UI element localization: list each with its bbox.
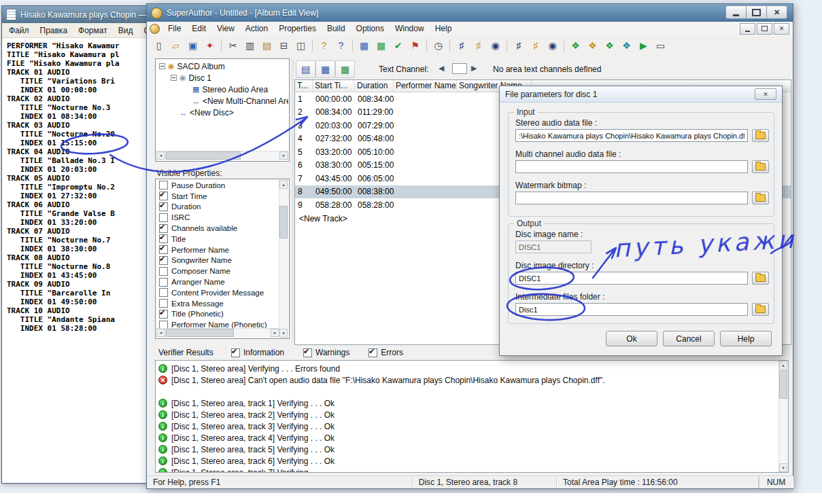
remove-area-icon[interactable]: ◉	[544, 37, 561, 54]
tree-item-new-multichannel-area[interactable]: ↔ <New Multi-Channel Area>	[156, 95, 288, 107]
scrollbar-thumb[interactable]	[166, 329, 234, 337]
menu-item[interactable]: Build	[322, 24, 351, 33]
add-disc-icon[interactable]: ♯	[453, 37, 470, 54]
disc-image-directory-input[interactable]	[515, 272, 748, 285]
menu-item[interactable]: Properties	[273, 24, 322, 33]
tree-horizontal-scrollbar[interactable]	[156, 151, 288, 160]
verifier-vertical-scrollbar[interactable]	[778, 361, 788, 472]
properties-horizontal-scrollbar[interactable]	[156, 328, 279, 338]
notepad-menu-item[interactable]: Файл	[3, 26, 35, 35]
verifier-message[interactable]: i [Disc 1, Stereo area, track 1] Verifyi…	[156, 397, 788, 409]
multichannel-file-input[interactable]	[515, 160, 748, 173]
scroll-right-button[interactable]	[271, 329, 279, 337]
scroll-up-button[interactable]	[779, 361, 787, 370]
property-toggle[interactable]: Channels available	[156, 223, 279, 234]
paste-icon[interactable]: ▤	[258, 37, 275, 54]
column-header[interactable]: Performer Name	[394, 80, 457, 92]
watermark-input[interactable]	[515, 192, 748, 204]
maximize-button[interactable]	[746, 5, 767, 19]
scroll-down-button[interactable]	[779, 463, 787, 472]
menu-item[interactable]: Help	[430, 24, 458, 33]
add-area-icon[interactable]: ♯	[510, 37, 527, 54]
edit-table-view-button[interactable]	[335, 60, 355, 78]
menu-item[interactable]: Options	[351, 24, 390, 33]
print-preview-icon[interactable]: ◫	[292, 37, 309, 54]
property-checkbox[interactable]	[159, 192, 168, 200]
help-button[interactable]: Help	[720, 331, 772, 346]
edit-area-icon[interactable]: ♯	[527, 37, 544, 54]
copy-icon[interactable]: ▥	[241, 37, 258, 54]
browse-watermark-button[interactable]	[752, 192, 769, 204]
add-track-icon[interactable]: ❖	[567, 37, 584, 54]
verifier-filter-toggle[interactable]: Warnings	[303, 348, 349, 357]
mdi-close-button[interactable]	[774, 23, 789, 35]
browse-intermediate-button[interactable]	[752, 303, 769, 316]
tree-item-stereo-audio-area[interactable]: ▦ Stereo Audio Area	[156, 84, 288, 95]
filter-checkbox[interactable]	[303, 348, 312, 357]
previous-text-channel-icon[interactable]	[439, 64, 444, 73]
wizard-icon[interactable]: ✦	[201, 37, 218, 54]
notepad-menu-item[interactable]: Вид	[113, 26, 139, 35]
play-time-icon[interactable]: ◷	[430, 37, 447, 54]
minimize-button[interactable]	[725, 5, 747, 19]
track-properties-icon[interactable]: ❖	[618, 37, 635, 54]
property-toggle[interactable]: Performer Name (Phonetic)	[156, 319, 279, 329]
verifier-message[interactable]: i [Disc 1, Stereo area, track 6] Verifyi…	[156, 455, 788, 467]
verifier-filter-toggle[interactable]: Information	[231, 348, 284, 357]
dialog-titlebar[interactable]: File parameters for disc 1	[500, 86, 782, 103]
verify-album-icon[interactable]: ▦	[373, 37, 390, 54]
build-album-icon[interactable]: ⚑	[407, 37, 424, 54]
property-toggle[interactable]: Duration	[156, 202, 279, 213]
open-album-icon[interactable]: ▱	[167, 37, 184, 54]
property-toggle[interactable]: Title (Phonetic)	[156, 309, 279, 320]
verifier-message[interactable]: i [Disc 1, Stereo area, track 4] Verifyi…	[156, 432, 788, 444]
property-checkbox[interactable]	[159, 202, 168, 211]
edit-disc-icon[interactable]: ♯	[470, 37, 487, 54]
verifier-message[interactable]: i [Disc 1, Stereo area, track 3] Verifyi…	[156, 420, 788, 432]
next-text-channel-icon[interactable]	[471, 64, 477, 73]
album-edit-view-icon[interactable]: ▦	[356, 37, 373, 54]
verifier-filter-toggle[interactable]: Errors	[369, 348, 403, 357]
scroll-right-button[interactable]	[279, 151, 288, 160]
browse-stereo-button[interactable]	[752, 129, 769, 142]
properties-vertical-scrollbar[interactable]	[279, 180, 288, 338]
property-checkbox[interactable]	[159, 288, 168, 297]
verifier-message[interactable]	[156, 386, 788, 397]
verifier-message[interactable]: i [Disc 1, Stereo area, track 2] Verifyi…	[156, 409, 788, 420]
marker-icon[interactable]: ▶	[635, 37, 652, 54]
remove-track-icon[interactable]: ❖	[601, 37, 618, 54]
verifier-message[interactable]: i [Disc 1, Stereo area] Verifying . . . …	[156, 363, 788, 374]
cut-icon[interactable]: ✂	[224, 37, 241, 54]
scroll-left-button[interactable]	[156, 329, 165, 337]
verifier-message[interactable]: ✕ [Disc 1, Stereo area] Can't open audio…	[156, 374, 788, 386]
property-checkbox[interactable]	[159, 256, 168, 265]
tree-item-sacd-album[interactable]: ◉ SACD Album	[156, 60, 288, 72]
tree-item-disc-1[interactable]: ◉ Disc 1	[156, 72, 288, 84]
print-icon[interactable]: ⊟	[275, 37, 292, 54]
tree-expander[interactable]	[159, 63, 165, 69]
text-view-button[interactable]	[296, 60, 315, 78]
menu-item[interactable]: File	[162, 24, 186, 33]
mdi-restore-button[interactable]	[757, 23, 772, 35]
notepad-menu-item[interactable]: Формат	[73, 26, 113, 35]
menu-item[interactable]: Edit	[186, 24, 211, 33]
property-checkbox[interactable]	[159, 181, 168, 190]
property-checkbox[interactable]	[159, 245, 168, 254]
verifier-message[interactable]: i [Disc 1, Stereo area, track 7] Verifyi…	[156, 467, 788, 473]
column-header[interactable]: Start Ti...	[313, 80, 355, 92]
property-toggle[interactable]: Start Time	[156, 191, 279, 202]
cancel-button[interactable]: Cancel	[663, 331, 715, 346]
table-view-button[interactable]	[315, 60, 335, 78]
intermediate-folder-input[interactable]	[515, 303, 748, 316]
browse-directory-button[interactable]	[752, 272, 769, 285]
property-toggle[interactable]: Performer Name	[156, 245, 279, 255]
property-toggle[interactable]: Title	[156, 234, 279, 245]
scrollbar-thumb[interactable]	[779, 370, 787, 399]
property-toggle[interactable]: Extra Message	[156, 298, 279, 309]
scroll-left-button[interactable]	[156, 151, 165, 160]
browse-multichannel-button[interactable]	[752, 160, 769, 173]
panel-splitter[interactable]	[292, 58, 294, 342]
column-header[interactable]: T...	[295, 80, 313, 92]
stereo-file-input[interactable]	[515, 129, 748, 142]
scrollbar-thumb[interactable]	[279, 206, 288, 238]
